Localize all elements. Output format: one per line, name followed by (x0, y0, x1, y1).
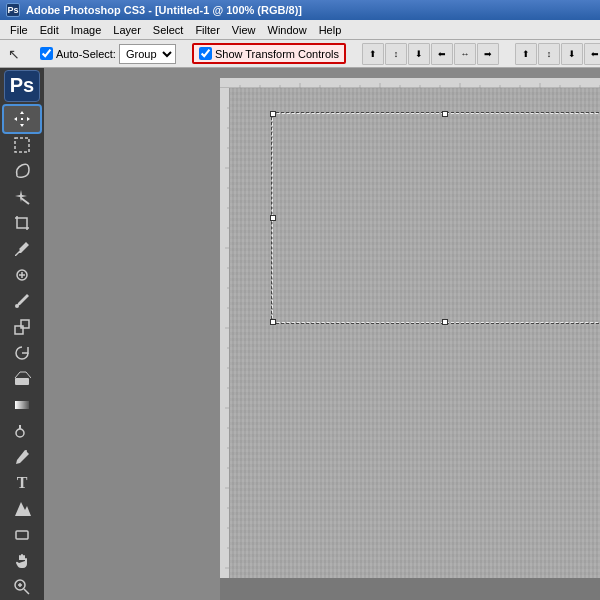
marquee-icon (13, 136, 31, 154)
menu-image[interactable]: Image (65, 22, 108, 38)
menu-filter[interactable]: Filter (189, 22, 225, 38)
gradient-icon (13, 396, 31, 414)
handle-bottom-left[interactable] (270, 319, 276, 325)
svg-rect-11 (16, 531, 28, 539)
ruler-top (220, 78, 600, 88)
ruler-left-svg (220, 88, 230, 578)
move-tool-icon (13, 110, 31, 128)
lasso-tool-button[interactable] (4, 158, 40, 184)
text-tool-icon: T (17, 474, 28, 492)
history-brush-icon (13, 344, 31, 362)
move-tool-button[interactable] (4, 106, 40, 132)
menu-view[interactable]: View (226, 22, 262, 38)
auto-select-group: Auto-Select: Group Layer (40, 44, 176, 64)
dodge-icon (13, 422, 31, 440)
text-tool-button[interactable]: T (4, 470, 40, 496)
tools-panel: Ps (0, 68, 44, 600)
document-canvas (230, 88, 600, 578)
title-bar: Ps Adobe Photoshop CS3 - [Untitled-1 @ 1… (0, 0, 600, 20)
healing-brush-icon (13, 266, 31, 284)
align-left-button[interactable]: ⬅ (431, 43, 453, 65)
brush-tool-button[interactable] (4, 288, 40, 314)
ruler-top-svg (220, 78, 600, 88)
clone-stamp-button[interactable] (4, 314, 40, 340)
menu-layer[interactable]: Layer (107, 22, 147, 38)
handle-top-mid[interactable] (442, 111, 448, 117)
align-middle-button[interactable]: ↕ (385, 43, 407, 65)
distribute-buttons: ⬆ ↕ ⬇ ⬅ ↔ ➡ (515, 43, 600, 65)
svg-rect-0 (15, 138, 29, 152)
menu-window[interactable]: Window (262, 22, 313, 38)
align-bottom-button[interactable]: ⬇ (408, 43, 430, 65)
gradient-tool-button[interactable] (4, 392, 40, 418)
hand-icon (13, 552, 31, 570)
show-transform-checkbox[interactable] (199, 47, 212, 60)
svg-line-1 (21, 198, 29, 204)
ps-logo-icon: Ps (6, 3, 20, 17)
dist-left-button[interactable]: ⬅ (584, 43, 600, 65)
ps-logo: Ps (4, 70, 40, 102)
show-transform-container: Show Transform Controls (192, 43, 346, 64)
path-selection-icon (13, 500, 31, 518)
ruler-left (220, 88, 230, 578)
crop-icon (13, 214, 31, 232)
eraser-button[interactable] (4, 366, 40, 392)
eyedropper-button[interactable] (4, 236, 40, 262)
brush-icon (13, 292, 31, 310)
svg-line-13 (24, 589, 29, 594)
handle-bottom-mid[interactable] (442, 319, 448, 325)
align-buttons: ⬆ ↕ ⬇ ⬅ ↔ ➡ (362, 43, 499, 65)
zoom-tool-button[interactable] (4, 574, 40, 600)
move-tool-arrow-icon: ↖ (4, 44, 24, 64)
zoom-icon (13, 578, 31, 596)
auto-select-dropdown[interactable]: Group Layer (119, 44, 176, 64)
path-selection-button[interactable] (4, 496, 40, 522)
svg-point-10 (25, 450, 27, 452)
dist-mid-v-button[interactable]: ↕ (538, 43, 560, 65)
dodge-tool-button[interactable] (4, 418, 40, 444)
svg-point-4 (15, 304, 19, 308)
svg-rect-7 (15, 378, 29, 385)
menu-bar: File Edit Image Layer Select Filter View… (0, 20, 600, 40)
canvas-texture (230, 88, 600, 578)
svg-rect-38 (220, 88, 230, 578)
marquee-tool-button[interactable] (4, 132, 40, 158)
eyedropper-icon (13, 240, 31, 258)
svg-rect-5 (15, 326, 23, 334)
title-text: Adobe Photoshop CS3 - [Untitled-1 @ 100%… (26, 4, 302, 16)
main-layout: Ps (0, 68, 600, 600)
crop-tool-button[interactable] (4, 210, 40, 236)
clone-stamp-icon (13, 318, 31, 336)
menu-file[interactable]: File (4, 22, 34, 38)
magic-wand-icon (13, 188, 31, 206)
align-right-button[interactable]: ➡ (477, 43, 499, 65)
selection-box (272, 113, 600, 323)
lasso-icon (13, 162, 31, 180)
canvas-area[interactable] (44, 68, 600, 600)
auto-select-label: Auto-Select: (56, 48, 116, 60)
eraser-icon (13, 370, 31, 388)
handle-mid-left[interactable] (270, 215, 276, 221)
handle-top-left[interactable] (270, 111, 276, 117)
healing-brush-button[interactable] (4, 262, 40, 288)
options-bar: ↖ Auto-Select: Group Layer Show Transfor… (0, 40, 600, 68)
auto-select-checkbox[interactable] (40, 47, 53, 60)
history-brush-button[interactable] (4, 340, 40, 366)
magic-wand-button[interactable] (4, 184, 40, 210)
pen-icon (13, 448, 31, 466)
shape-icon (13, 526, 31, 544)
menu-select[interactable]: Select (147, 22, 190, 38)
svg-point-9 (16, 429, 24, 437)
align-center-button[interactable]: ↔ (454, 43, 476, 65)
svg-rect-16 (220, 78, 600, 88)
dist-bottom-button[interactable]: ⬇ (561, 43, 583, 65)
svg-rect-6 (21, 320, 29, 328)
menu-edit[interactable]: Edit (34, 22, 65, 38)
menu-help[interactable]: Help (313, 22, 348, 38)
shape-tool-button[interactable] (4, 522, 40, 548)
pen-tool-button[interactable] (4, 444, 40, 470)
dist-top-button[interactable]: ⬆ (515, 43, 537, 65)
align-top-button[interactable]: ⬆ (362, 43, 384, 65)
show-transform-label: Show Transform Controls (215, 48, 339, 60)
hand-tool-button[interactable] (4, 548, 40, 574)
